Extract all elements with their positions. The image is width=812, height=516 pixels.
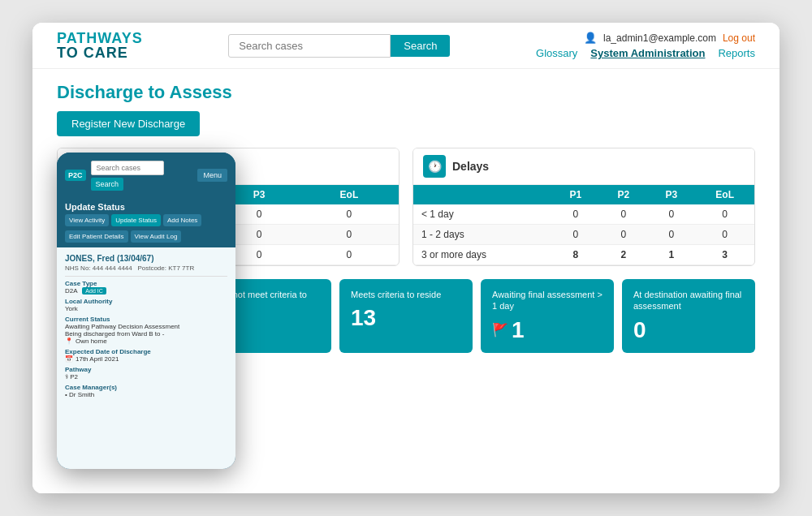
mobile-search-input[interactable]	[91, 161, 164, 175]
divider	[65, 276, 227, 277]
mobile-tab-view-audit[interactable]: View Audit Log	[131, 230, 182, 243]
mobile-edd-date: 📅 17th April 2021	[65, 355, 227, 363]
stat-card-at-destination[interactable]: At destination awaiting final assessment…	[622, 279, 755, 353]
logo-pathways: PATHWAYS	[57, 31, 143, 45]
delays-table: P1 P2 P3 EoL < 1 day 0 0 0	[413, 185, 754, 265]
mobile-discharge-from: Being discharged from Ward B to -	[65, 330, 227, 338]
mobile-menu-button[interactable]: Menu	[197, 169, 227, 182]
delays-r1c3: 0	[647, 204, 695, 225]
delays-col-p1: P1	[551, 185, 599, 204]
table-row: < 1 day 0 0 0 0	[413, 204, 754, 225]
location-icon: 📍	[65, 338, 73, 345]
delays-title: Delays	[452, 160, 489, 173]
delays-r2-label: 1 - 2 days	[413, 225, 551, 245]
mobile-tabs-row1: View Activity Update Status Add Notes	[57, 214, 235, 230]
flag-icon-awaiting: 🚩	[492, 322, 508, 338]
delays-r3c4-link[interactable]: 3	[695, 245, 754, 265]
delays-r3c1-link[interactable]: 8	[551, 245, 599, 265]
logo: PATHWAYS TO CARE	[57, 31, 143, 60]
edd-r2c4: 0	[300, 225, 399, 245]
table-row: 1 - 2 days 0 0 0 0	[413, 225, 754, 245]
stat-card-meets-criteria[interactable]: Meets criteria to reside 13	[339, 279, 473, 353]
clock-icon: 🕐	[423, 155, 446, 178]
stat-value-meets: 13	[351, 305, 461, 331]
nav-system-admin[interactable]: System Administration	[590, 47, 705, 59]
mobile-case-type: D2A Add IC	[65, 287, 227, 295]
delays-header: 🕐 Delays	[413, 148, 754, 185]
mobile-case-manager: • Dr Smith	[65, 391, 227, 398]
delays-r2c2: 0	[599, 225, 647, 245]
search-input[interactable]	[228, 34, 391, 58]
mobile-add-ic-button[interactable]: Add IC	[82, 287, 106, 295]
mobile-case-type-label: Case Type	[65, 280, 227, 287]
delays-r2c3: 0	[647, 225, 695, 245]
search-button[interactable]: Search	[391, 35, 450, 57]
mobile-destination: 📍 Own home	[65, 338, 227, 345]
nav-links: Glossary System Administration Reports	[536, 47, 755, 59]
delays-r3-label: 3 or more days	[413, 245, 551, 265]
nhs-no-value: 444 444 4444	[93, 264, 132, 272]
mobile-tabs-row2: Edit Patient Details View Audit Log	[57, 230, 235, 247]
mobile-header: P2C Search Menu	[57, 153, 235, 197]
mobile-tab-edit-patient[interactable]: Edit Patient Details	[65, 230, 128, 243]
register-new-discharge-button[interactable]: Register New Discharge	[57, 111, 200, 136]
delays-r2c4: 0	[695, 225, 754, 245]
mobile-local-authority: York	[65, 305, 227, 312]
postcode-value: KT7 7TR	[168, 264, 194, 272]
mobile-patient-info: NHS No: 444 444 4444 Postcode: KT7 7TR	[65, 264, 227, 272]
delays-r1c4: 0	[695, 204, 754, 225]
mobile-tab-add-notes[interactable]: Add Notes	[163, 214, 201, 226]
delays-r2c1: 0	[551, 225, 599, 245]
mobile-current-status-label: Current Status	[65, 316, 227, 323]
page-title: Discharge to Assess	[57, 82, 755, 103]
mobile-search-button[interactable]: Search	[91, 178, 124, 191]
mobile-local-authority-label: Local Authority	[65, 298, 227, 305]
mobile-search: Search	[91, 159, 193, 191]
stat-value-destination: 0	[633, 317, 744, 343]
delays-r3c2-link[interactable]: 2	[599, 245, 647, 265]
mobile-device: P2C Search Menu Update Status View Activ…	[57, 153, 235, 469]
delays-r1c1: 0	[551, 204, 599, 225]
nav-glossary[interactable]: Glossary	[536, 47, 577, 59]
mobile-logo: P2C	[65, 170, 86, 181]
delays-panel: 🕐 Delays P1 P2 P3 EoL	[412, 148, 755, 266]
mobile-case-managers-label: Case Manager(s)	[65, 384, 227, 391]
logout-link[interactable]: Log out	[723, 32, 755, 44]
delays-r3c3-link[interactable]: 1	[647, 245, 695, 265]
edd-col-eol: EoL	[300, 185, 399, 204]
edd-r3c4: 0	[300, 245, 399, 265]
monitor-frame: PATHWAYS TO CARE Search 👤 la_admin1@exam…	[32, 23, 780, 493]
table-row: 3 or more days 8 2 1 3	[413, 245, 754, 265]
search-bar: Search	[228, 34, 450, 58]
calendar-small-icon: 📅	[65, 355, 73, 363]
mobile-current-status: Awaiting Pathway Decision Assessment	[65, 323, 227, 330]
delays-col-p3: P3	[647, 185, 695, 204]
app-header: PATHWAYS TO CARE Search 👤 la_admin1@exam…	[32, 23, 780, 69]
mobile-pathway-label: Pathway	[65, 366, 227, 373]
mobile-patient-name: JONES, Fred (13/04/67)	[65, 254, 227, 263]
mobile-section-title: Update Status	[57, 197, 235, 214]
nav-reports[interactable]: Reports	[718, 47, 755, 59]
delays-col-label	[413, 185, 551, 204]
header-right: 👤 la_admin1@example.com Log out Glossary…	[536, 32, 755, 59]
mobile-tab-update-status[interactable]: Update Status	[111, 214, 161, 226]
pathway-icon: ⚕	[65, 373, 68, 381]
logo-tocare: TO CARE	[57, 45, 143, 60]
mobile-pathway-value: ⚕ P2	[65, 373, 227, 381]
mobile-content: JONES, Fred (13/04/67) NHS No: 444 444 4…	[57, 247, 235, 469]
user-info: 👤 la_admin1@example.com Log out	[584, 32, 755, 44]
mobile-edd-label: Expected Date of Discharge	[65, 348, 227, 355]
user-icon: 👤	[584, 32, 597, 44]
postcode-label: Postcode:	[137, 264, 166, 272]
delays-r1c2: 0	[599, 204, 647, 225]
delays-col-eol: EoL	[695, 185, 754, 204]
stat-label-awaiting: Awaiting final assessment > 1 day	[492, 289, 603, 312]
stat-card-awaiting-assessment[interactable]: Awaiting final assessment > 1 day 🚩 1	[481, 279, 614, 353]
delays-r1-label: < 1 day	[413, 204, 551, 225]
edd-r1c4: 0	[300, 204, 399, 225]
stat-label-meets: Meets criteria to reside	[351, 289, 461, 300]
mobile-tab-view-activity[interactable]: View Activity	[65, 214, 109, 226]
nhs-no-label: NHS No:	[65, 264, 91, 272]
stat-value-awaiting: 1	[512, 317, 525, 343]
user-email: la_admin1@example.com	[603, 32, 716, 44]
